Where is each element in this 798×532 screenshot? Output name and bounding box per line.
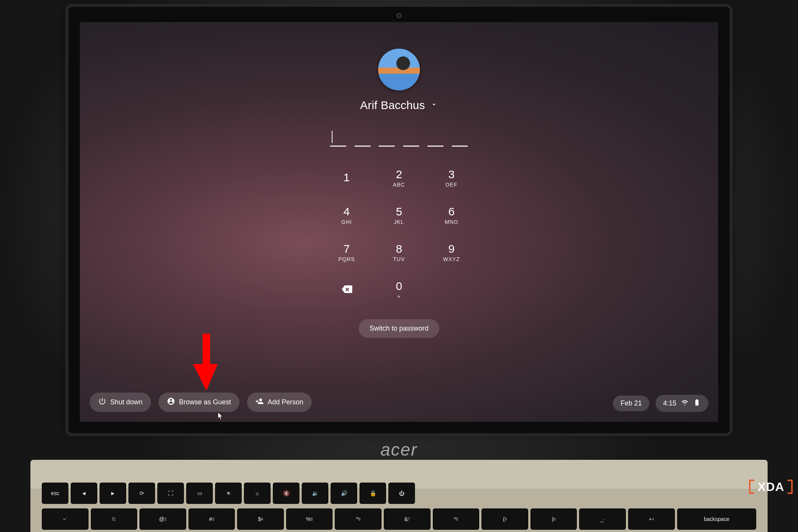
pin-input[interactable]	[330, 129, 468, 147]
keypad-letters: GHI	[341, 219, 352, 225]
user-avatar[interactable]	[378, 49, 420, 90]
time-battery-pill[interactable]: 4:15	[656, 395, 708, 412]
key-8: *8	[433, 508, 480, 530]
add-person-icon	[255, 397, 264, 407]
browse-as-guest-button[interactable]: Browse as Guest	[158, 393, 239, 412]
mouse-cursor-icon	[217, 410, 225, 421]
keypad-digit: 5	[396, 206, 402, 217]
keypad-8[interactable]: 8 TUV	[376, 235, 422, 271]
webcam-icon	[395, 11, 403, 20]
pin-digit-4	[403, 129, 419, 147]
pin-digit-6	[452, 129, 468, 147]
bracket-icon	[787, 480, 793, 494]
keypad-letters: MNO	[445, 219, 458, 225]
shutdown-label: Shut down	[110, 398, 142, 406]
pin-keypad: 1 2 ABC 3 DEF 4 GHI	[324, 160, 474, 308]
keypad-5[interactable]: 5 JKL	[376, 198, 422, 233]
keypad-letters: PQRS	[338, 256, 355, 262]
key-fn: 🔒	[359, 483, 386, 504]
keypad-digit: 9	[448, 243, 455, 255]
pin-digit-5	[428, 129, 443, 147]
key-7: &7	[384, 508, 431, 530]
keypad-letters: JKL	[394, 219, 404, 225]
keypad-digit: 6	[448, 206, 455, 217]
keyboard-number-row: ~` !1 @2 #3 $4 %5 ^6 &7 *8 (9 )0 _- += b…	[30, 506, 768, 532]
power-icon	[98, 397, 106, 407]
key-3: #3	[188, 508, 235, 530]
key-esc: esc	[42, 483, 68, 504]
keypad-digit: 8	[396, 243, 402, 255]
keypad-digit: 2	[396, 169, 402, 180]
wifi-icon	[681, 399, 689, 408]
keypad-letters: +	[397, 293, 401, 299]
pin-digit-2	[355, 129, 370, 147]
key-minus: _-	[579, 508, 626, 530]
key-fn: ☀	[215, 483, 242, 504]
laptop-keyboard: esc ◄ ► ⟳ ⛶ ▭ ☀ ☼ 🔇 🔉 🔊 🔒 ⏻ ~` !1 @2 #3 …	[30, 460, 768, 532]
keypad-digit: 3	[448, 169, 455, 180]
key-2: @2	[139, 508, 186, 530]
annotation-arrow-icon	[193, 334, 220, 391]
time-label: 4:15	[663, 399, 676, 407]
add-person-label: Add Person	[268, 398, 303, 406]
login-panel: Arif Bacchus 1	[277, 49, 521, 338]
keypad-9[interactable]: 9 WXYZ	[429, 235, 474, 271]
key-4: $4	[237, 508, 284, 530]
laptop-logo-text: acer	[380, 440, 417, 459]
battery-icon	[693, 399, 701, 408]
key-6: ^6	[335, 508, 382, 530]
keypad-letters: DEF	[446, 182, 458, 188]
keypad-letters: WXYZ	[443, 256, 460, 262]
key-fn: ◄	[71, 483, 97, 504]
keypad-digit: 0	[396, 280, 402, 292]
user-name-label: Arif Bacchus	[360, 99, 425, 112]
key-9: (9	[481, 508, 528, 530]
laptop-logo: acer	[0, 439, 798, 460]
status-tray[interactable]: Feb 21 4:15	[613, 395, 708, 412]
key-fn: ►	[100, 483, 126, 504]
keypad-3[interactable]: 3 DEF	[429, 160, 474, 196]
key-equals: +=	[628, 508, 675, 530]
key-5: %5	[286, 508, 333, 530]
shutdown-button[interactable]: Shut down	[90, 393, 151, 412]
key-1: !1	[91, 508, 138, 530]
keypad-6[interactable]: 6 MNO	[429, 198, 474, 233]
pin-digit-3	[379, 129, 395, 147]
key-power: ⏻	[388, 483, 415, 504]
laptop-bezel: Arif Bacchus 1	[68, 7, 730, 433]
photo-frame: Arif Bacchus 1	[0, 0, 798, 532]
keypad-digit: 4	[344, 206, 350, 217]
date-pill[interactable]: Feb 21	[613, 396, 649, 411]
key-fn: ▭	[186, 483, 213, 504]
key-fn: ☼	[244, 483, 271, 504]
keyboard-fn-row: esc ◄ ► ⟳ ⛶ ▭ ☀ ☼ 🔇 🔉 🔊 🔒 ⏻	[30, 480, 768, 506]
key-fn: ⟳	[128, 483, 155, 504]
user-switcher[interactable]: Arif Bacchus	[360, 99, 438, 112]
key-fn: ⛶	[157, 483, 184, 504]
keypad-0[interactable]: 0 +	[376, 272, 422, 308]
keypad-letters: TUV	[393, 256, 405, 262]
key-fn: 🔊	[331, 483, 357, 504]
keypad-4[interactable]: 4 GHI	[324, 198, 369, 233]
keypad-2[interactable]: 2 ABC	[376, 160, 422, 196]
key-0: )0	[530, 508, 577, 530]
date-label: Feb 21	[621, 399, 642, 407]
key-label: esc	[51, 490, 59, 496]
browse-as-guest-label: Browse as Guest	[179, 398, 231, 406]
switch-to-password-button[interactable]: Switch to password	[359, 319, 439, 338]
key-fn: 🔇	[273, 483, 299, 504]
chevron-down-icon	[430, 101, 438, 110]
add-person-button[interactable]: Add Person	[247, 393, 312, 412]
keypad-1[interactable]: 1	[324, 160, 369, 196]
keypad-7[interactable]: 7 PQRS	[324, 235, 369, 271]
person-circle-icon	[167, 397, 175, 407]
keypad-backspace[interactable]	[324, 272, 369, 308]
backspace-icon	[341, 283, 352, 296]
keypad-digit: 7	[344, 243, 350, 255]
key-tilde: ~`	[42, 508, 89, 530]
keypad-digit: 1	[344, 172, 350, 183]
keypad-letters: ABC	[393, 182, 405, 188]
bottom-left-actions: Shut down Browse as Guest Add Person	[90, 393, 312, 412]
lock-screen: Arif Bacchus 1	[80, 22, 718, 422]
switch-to-password-label: Switch to password	[369, 325, 428, 332]
